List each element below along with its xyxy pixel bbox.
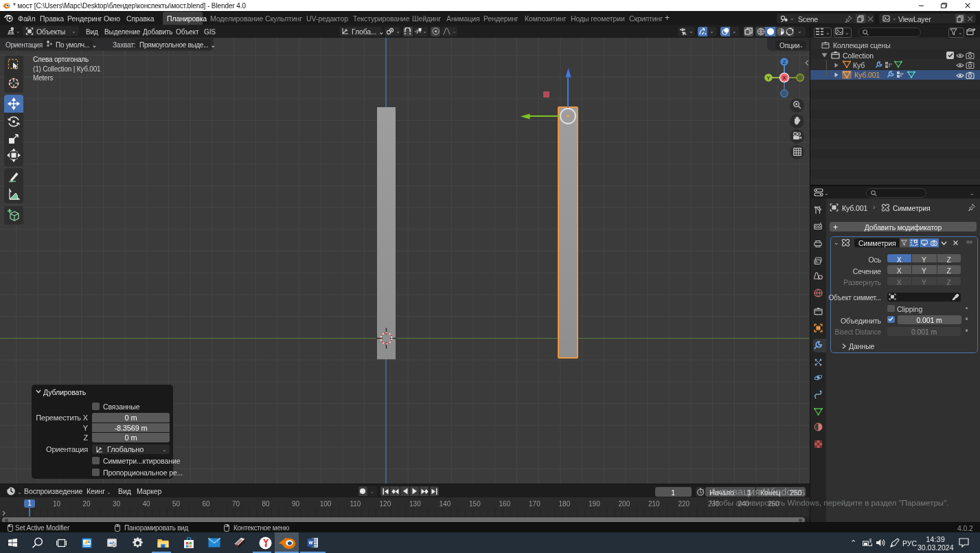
svg-text:Y: Y xyxy=(766,75,771,81)
svg-text:Z: Z xyxy=(783,59,786,65)
svg-text:X: X xyxy=(782,75,786,81)
